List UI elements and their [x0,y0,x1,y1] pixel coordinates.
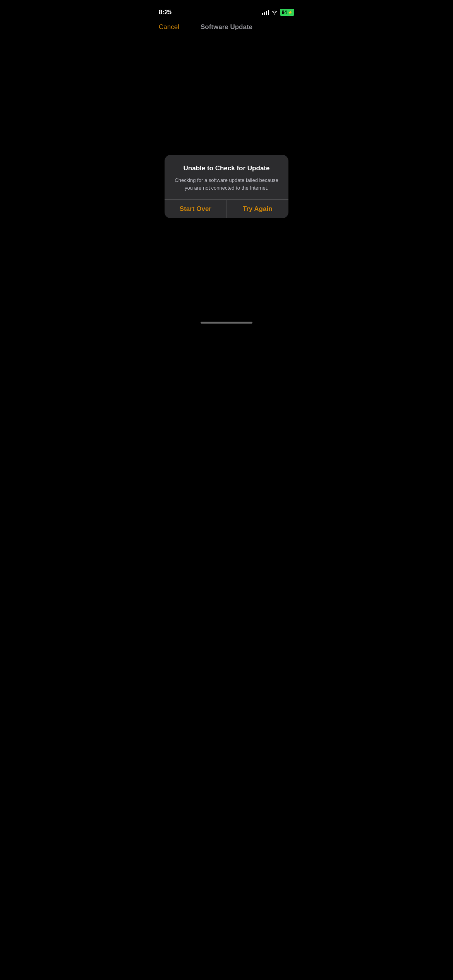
alert-content: Unable to Check for Update Checking for … [165,155,288,199]
nav-bar: Cancel Software Update [151,19,302,35]
alert-message: Checking for a software update failed be… [172,176,281,192]
status-time: 8:25 [159,9,172,16]
battery-icon: 94 ⚡ [280,9,294,16]
signal-bar-2 [264,12,265,15]
signal-bar-1 [262,13,263,15]
alert-title: Unable to Check for Update [172,164,281,173]
battery-charging-icon: ⚡ [288,10,292,15]
alert-buttons: Start Over Try Again [165,200,288,218]
cancel-button[interactable]: Cancel [159,23,179,31]
alert-dialog: Unable to Check for Update Checking for … [165,155,288,218]
page-title: Software Update [201,23,252,31]
status-bar: 8:25 94 ⚡ [151,0,302,19]
battery-percentage: 94 [282,10,287,15]
main-content: Unable to Check for Update Checking for … [151,77,302,296]
try-again-button[interactable]: Try Again [226,200,288,218]
signal-icon [262,10,269,15]
start-over-button[interactable]: Start Over [165,200,226,218]
signal-bar-3 [266,11,267,15]
signal-bar-4 [268,10,269,15]
wifi-icon [271,10,278,15]
status-icons: 94 ⚡ [262,9,294,16]
home-indicator [201,322,252,324]
